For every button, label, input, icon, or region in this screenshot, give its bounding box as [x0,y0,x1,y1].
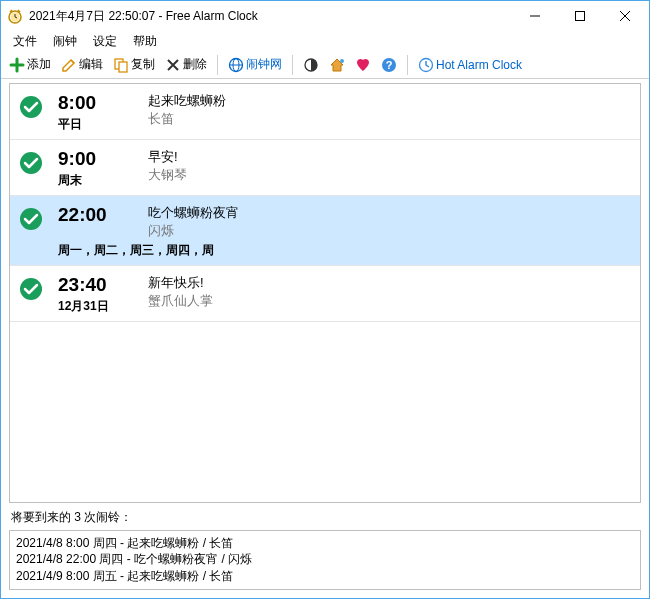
contrast-button[interactable] [299,55,323,75]
minimize-button[interactable] [512,2,557,31]
menu-settings[interactable]: 设定 [85,31,125,52]
close-button[interactable] [602,2,647,31]
toolbar: 添加 编辑 复制 删除 闹钟网 ? [1,51,649,79]
svg-point-17 [20,152,42,174]
alarm-days: 周末 [58,172,148,189]
alarm-time: 23:40 [58,274,148,296]
add-button[interactable]: 添加 [5,54,55,75]
plus-icon [9,57,25,73]
app-window: 2021年4月7日 22:50:07 - Free Alarm Clock 文件… [0,0,650,599]
window-title: 2021年4月7日 22:50:07 - Free Alarm Clock [29,8,512,25]
add-label: 添加 [27,56,51,73]
heart-button[interactable] [351,55,375,75]
website-label: 闹钟网 [246,56,282,73]
alarm-time: 9:00 [58,148,148,170]
svg-point-16 [20,96,42,118]
alarm-sound: 闪烁 [148,222,630,240]
svg-point-19 [20,278,42,300]
alarm-row[interactable]: 23:4012月31日新年快乐!蟹爪仙人掌 [10,266,640,322]
help-button[interactable]: ? [377,55,401,75]
hotalarm-label: Hot Alarm Clock [436,58,522,72]
alarm-desc: 起来吃螺蛳粉 [148,92,630,110]
alarm-time: 22:00 [58,204,148,226]
menubar: 文件 闹钟 设定 帮助 [1,31,649,51]
pencil-icon [61,57,77,73]
menu-file[interactable]: 文件 [5,31,45,52]
alarm-time: 8:00 [58,92,148,114]
alarm-sound: 大钢琴 [148,166,630,184]
heart-icon [355,57,371,73]
home-icon [329,57,345,73]
menu-alarm[interactable]: 闹钟 [45,31,85,52]
alarm-desc: 早安! [148,148,630,166]
x-icon [165,57,181,73]
alarm-sound: 长笛 [148,110,630,128]
upcoming-label: 将要到来的 3 次闹铃： [1,507,649,528]
window-controls [512,2,647,31]
svg-point-12 [340,59,344,63]
check-icon [20,278,42,300]
upcoming-item: 2021/4/9 8:00 周五 - 起来吃螺蛳粉 / 长笛 [16,568,634,585]
alarm-days: 12月31日 [58,298,148,315]
edit-label: 编辑 [79,56,103,73]
maximize-button[interactable] [557,2,602,31]
check-icon [20,208,42,230]
hotalarm-button[interactable]: Hot Alarm Clock [414,55,526,75]
copy-button[interactable]: 复制 [109,54,159,75]
upcoming-box: 2021/4/8 8:00 周四 - 起来吃螺蛳粉 / 长笛2021/4/8 2… [9,530,641,590]
alarm-row[interactable]: 8:00平日起来吃螺蛳粉长笛 [10,84,640,140]
question-icon: ? [381,57,397,73]
delete-button[interactable]: 删除 [161,54,211,75]
separator [217,55,218,75]
alarm-days: 周一，周二，周三，周四，周 [58,242,630,259]
separator [292,55,293,75]
alarm-row[interactable]: 22:00吃个螺蛳粉夜宵闪烁周一，周二，周三，周四，周 [10,196,640,266]
check-icon [20,96,42,118]
contrast-icon [303,57,319,73]
alarm-sound: 蟹爪仙人掌 [148,292,630,310]
svg-text:?: ? [386,59,393,71]
app-icon [7,8,23,24]
svg-rect-7 [119,62,127,72]
edit-button[interactable]: 编辑 [57,54,107,75]
upcoming-item: 2021/4/8 22:00 周四 - 吃个螺蛳粉夜宵 / 闪烁 [16,551,634,568]
titlebar: 2021年4月7日 22:50:07 - Free Alarm Clock [1,1,649,31]
clock-icon [418,57,434,73]
upcoming-item: 2021/4/8 8:00 周四 - 起来吃螺蛳粉 / 长笛 [16,535,634,552]
alarm-desc: 新年快乐! [148,274,630,292]
globe-icon [228,57,244,73]
menu-help[interactable]: 帮助 [125,31,165,52]
delete-label: 删除 [183,56,207,73]
svg-point-18 [20,208,42,230]
separator [407,55,408,75]
copy-icon [113,57,129,73]
home-button[interactable] [325,55,349,75]
alarm-list[interactable]: 8:00平日起来吃螺蛳粉长笛9:00周末早安!大钢琴22:00吃个螺蛳粉夜宵闪烁… [9,83,641,503]
alarm-row[interactable]: 9:00周末早安!大钢琴 [10,140,640,196]
svg-rect-3 [575,12,584,21]
alarm-days: 平日 [58,116,148,133]
website-button[interactable]: 闹钟网 [224,54,286,75]
copy-label: 复制 [131,56,155,73]
check-icon [20,152,42,174]
alarm-desc: 吃个螺蛳粉夜宵 [148,204,630,222]
